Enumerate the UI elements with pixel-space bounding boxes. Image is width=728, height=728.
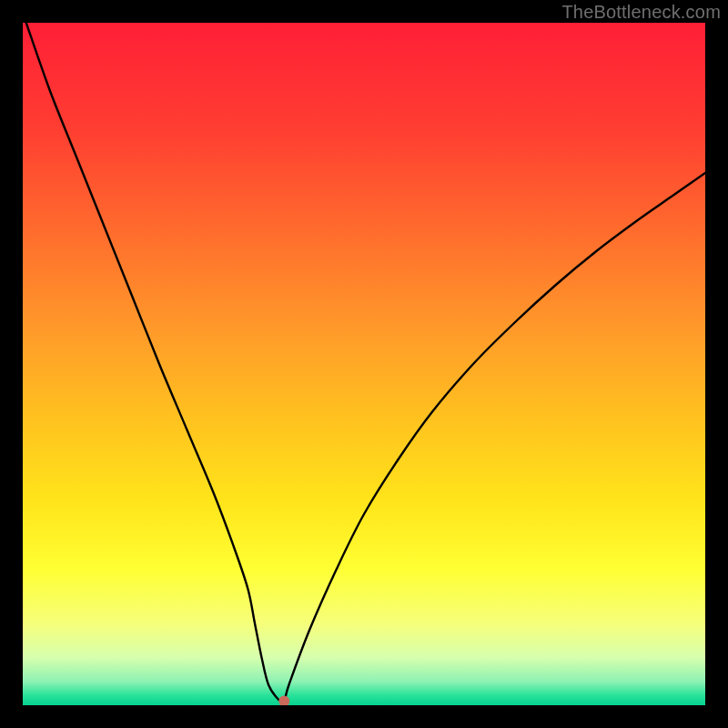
gradient-background	[23, 23, 705, 705]
attribution-label: TheBottleneck.com	[561, 2, 721, 23]
plot-area	[23, 23, 705, 705]
chart-svg	[23, 23, 705, 705]
chart-frame: TheBottleneck.com	[0, 0, 728, 728]
